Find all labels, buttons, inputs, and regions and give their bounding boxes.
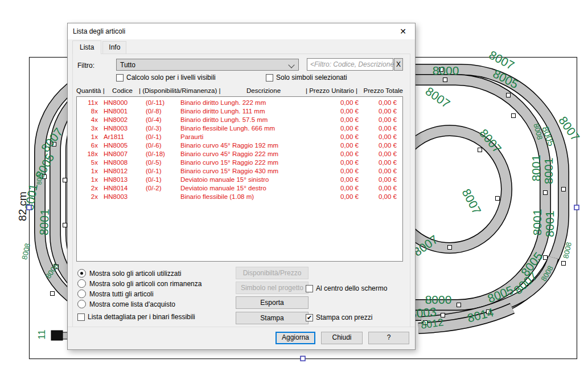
table-row[interactable]: 3xHN8003(0/-3)Binario flessibile Lungh. … — [77, 124, 402, 133]
checkbox-box — [77, 313, 85, 321]
cell-avail: (0/-5) — [145, 158, 179, 167]
cell-qty: 6x — [77, 141, 100, 150]
dialog-titlebar: Lista degli articoli ✕ — [68, 23, 415, 39]
symbol-in-project-button: Simbolo nel progetto — [236, 282, 309, 294]
cell-unit: 0,00 € — [307, 150, 363, 158]
selection-handle[interactable] — [27, 205, 31, 210]
filter-label: Filtro: — [77, 62, 94, 70]
radio-show-mode-2[interactable]: Mostra tutti gli articoli — [77, 290, 154, 298]
radio-label: Mostra tutti gli articoli — [89, 290, 154, 298]
cell-qty: 1x — [77, 167, 100, 176]
cell-avail: (0/-1) — [145, 133, 179, 141]
header-availability: | (Disponibilità/Rimanenza) | — [139, 87, 229, 94]
cell-avail: (0/-2) — [145, 184, 179, 193]
table-row[interactable]: 8xHN8001(0/-8)Binario diritto Lungh. 111… — [77, 107, 402, 116]
cell-total: 0,00 € — [363, 184, 402, 193]
table-row[interactable]: 11xHN8000(0/-11)Binario diritto Lungh. 2… — [77, 99, 402, 107]
print-button[interactable]: Stampa — [236, 312, 309, 324]
cell-code: HN8002 — [100, 116, 145, 124]
radio-dot — [80, 272, 83, 275]
cell-unit: 0,00 € — [307, 124, 363, 133]
cell-desc: Paraurti — [179, 133, 307, 141]
cell-avail: (0/-3) — [145, 124, 179, 133]
flex-track-detail-checkbox[interactable]: Lista dettagliata per i binari flessibil… — [77, 313, 195, 321]
cell-unit: 0,00 € — [307, 107, 363, 116]
radio-show-mode-0[interactable]: Mostra solo gli articoli utilizzati — [77, 269, 181, 278]
checkbox-box: ✔ — [306, 314, 313, 321]
help-button[interactable]: ? — [368, 332, 409, 344]
cell-total: 0,00 € — [363, 99, 402, 107]
radio-show-mode-3[interactable]: Mostra come lista d'acquisto — [77, 300, 175, 308]
tab-lista[interactable]: Lista — [72, 40, 101, 54]
track-joint — [478, 148, 482, 152]
cell-code: HN8003 — [100, 124, 145, 133]
track-part-label: 8001 — [37, 209, 51, 235]
track-part-label: 8001 — [531, 209, 544, 236]
track-part-label: 8008 — [20, 242, 32, 260]
cell-desc: Deviatoio manuale 15° sinistro — [179, 176, 307, 184]
cell-desc: Binario flessibile Lungh. 666 mm — [179, 124, 307, 133]
close-button[interactable]: Chiudi — [321, 332, 363, 344]
export-button[interactable]: Esporta — [236, 296, 309, 309]
cell-unit: 0,00 € — [307, 141, 363, 150]
cell-desc: Binario curvo 15° Raggio 430 mm — [179, 167, 307, 176]
center-screen-checkbox[interactable]: Al centro dello schermo — [306, 284, 387, 292]
filter-dropdown-value: Tutto — [120, 61, 135, 69]
cell-avail: (0/-8) — [145, 107, 179, 116]
table-row[interactable]: 2xHN8014(0/-2)Deviatoio manuale 15° dest… — [77, 184, 402, 193]
radio-show-mode-1[interactable]: Mostra solo gli articoli con rimanenza — [77, 279, 202, 288]
visible-levels-checkbox[interactable]: Calcolo solo per i livelli visibili — [116, 74, 216, 82]
dialog-title: Lista degli articoli — [73, 27, 125, 35]
table-header: Quantità | Codice | (Disponibilità/Riman… — [76, 87, 403, 94]
cell-qty: 2x — [77, 193, 100, 201]
cell-qty: 3x — [77, 124, 100, 133]
cell-desc: Binario diritto Lungh. 111 mm — [179, 107, 307, 116]
radio-ring — [77, 279, 86, 288]
track-part-label: 11 — [36, 329, 47, 340]
cell-avail: (0/-1) — [145, 167, 179, 176]
cell-unit: 0,00 € — [307, 184, 363, 193]
table-row[interactable]: 1xAr1811(0/-1)Paraurti0,00 €0,00 € — [77, 133, 402, 141]
cell-total: 0,00 € — [363, 141, 402, 150]
close-icon[interactable]: ✕ — [398, 26, 408, 36]
cell-avail: (0/-6) — [145, 141, 179, 150]
radio-label: Mostra solo gli articoli con rimanenza — [89, 280, 202, 288]
selection-handle[interactable] — [574, 205, 579, 210]
table-row[interactable]: 18xHN8007(0/-18)Binario curvo 45° Raggio… — [77, 150, 402, 158]
track-part-label: 8007 — [423, 84, 453, 111]
cell-qty: 1x — [77, 176, 100, 184]
cell-qty: 5x — [77, 158, 100, 167]
selection-handle[interactable] — [301, 356, 305, 361]
availability-price-button: Disponibiltà/Prezzo — [236, 267, 309, 279]
footer-divider — [68, 327, 415, 327]
track-part-label: 8000 — [433, 64, 459, 77]
cell-total: 0,00 € — [363, 150, 402, 158]
track-joint — [562, 188, 566, 192]
table-row[interactable]: 2xHN8003Binario flessibile (1.08 m)0,00 … — [77, 193, 402, 201]
cell-qty: 2x — [77, 184, 100, 193]
cell-code: HN8008 — [100, 158, 145, 167]
cell-unit: 0,00 € — [307, 99, 363, 107]
cell-unit: 0,00 € — [307, 167, 363, 176]
cell-qty: 4x — [77, 116, 100, 124]
selected-symbols-checkbox[interactable]: Solo simboli selezionati — [266, 74, 347, 82]
filter-dropdown[interactable]: Tutto — [116, 59, 299, 71]
track-part-label: 8000 — [425, 293, 452, 306]
search-input[interactable]: <Filtro: Codice, Descrizione> — [307, 58, 393, 71]
table-row[interactable]: 4xHN8002(0/-4)Binario diritto Lungh. 57.… — [77, 116, 402, 124]
track-joint — [507, 93, 511, 97]
checkbox-box — [116, 74, 124, 82]
table-row[interactable]: 6xHN8005(0/-6)Binario curvo 45° Raggio 1… — [77, 141, 402, 150]
articles-list[interactable]: 11xHN8000(0/-11)Binario diritto Lungh. 2… — [76, 96, 403, 262]
cell-unit: 0,00 € — [307, 116, 363, 124]
cell-code: HN8003 — [100, 193, 145, 201]
print-with-prices-checkbox[interactable]: ✔ Stampa con prezzi — [306, 313, 372, 321]
table-row[interactable]: 1xHN8013(0/-1)Deviatoio manuale 15° sini… — [77, 176, 402, 184]
clear-filter-button[interactable]: X — [394, 58, 403, 71]
tab-info[interactable]: Info — [102, 41, 126, 54]
cell-code: HN8012 — [100, 167, 145, 176]
header-total-price: Prezzo Totale — [357, 87, 403, 94]
table-row[interactable]: 1xHN8012(0/-1)Binario curvo 15° Raggio 4… — [77, 167, 402, 176]
update-button[interactable]: Aggiorna — [276, 332, 315, 344]
table-row[interactable]: 5xHN8008(0/-5)Binario curvo 15° Raggio 2… — [77, 158, 402, 167]
